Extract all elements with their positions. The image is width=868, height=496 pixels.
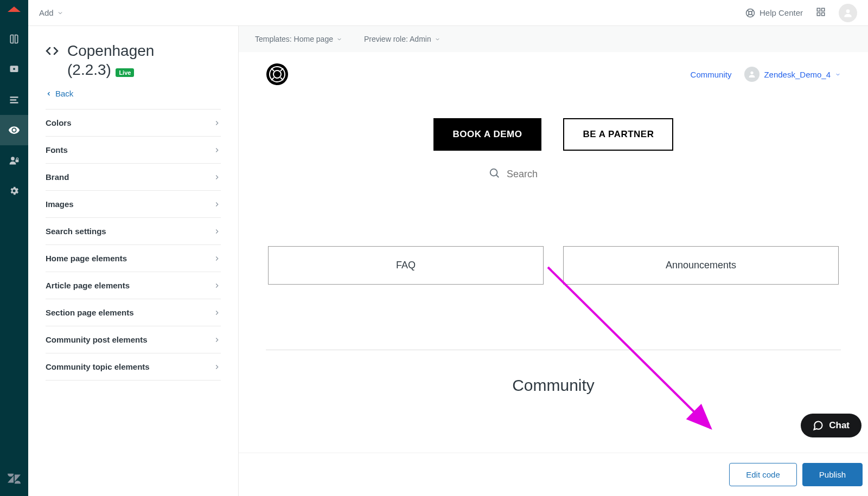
svg-rect-15 (822, 8, 825, 11)
chat-label: Chat (829, 420, 850, 431)
svg-line-13 (748, 14, 749, 16)
templates-dropdown[interactable]: Templates: Home page (255, 35, 342, 43)
category-faq[interactable]: FAQ (268, 246, 544, 285)
svg-point-18 (846, 9, 850, 13)
lifebuoy-icon (745, 8, 755, 18)
chevron-down-icon (336, 36, 342, 42)
settings-item-section-page-elements[interactable]: Section page elements (46, 299, 221, 326)
settings-item-article-page-elements[interactable]: Article page elements (46, 272, 221, 299)
help-center-label: Help Center (760, 8, 803, 17)
settings-item-images[interactable]: Images (46, 191, 221, 218)
svg-rect-5 (10, 102, 18, 104)
svg-point-26 (751, 72, 754, 74)
search-container (380, 167, 727, 181)
search-input[interactable] (507, 169, 669, 180)
svg-marker-0 (8, 7, 21, 12)
back-label: Back (55, 89, 73, 98)
svg-line-10 (748, 10, 749, 11)
chat-widget[interactable]: Chat (801, 414, 861, 437)
apps-menu[interactable] (816, 7, 826, 19)
rail-item-guide[interactable] (0, 24, 28, 54)
chevron-down-icon (435, 36, 441, 42)
preview-canvas: Community Zendesk_Demo_4 BOOK A DEMO BE … (239, 52, 868, 453)
svg-rect-16 (817, 12, 820, 15)
svg-line-11 (751, 14, 753, 16)
svg-rect-3 (10, 96, 18, 98)
topbar: Add Help Center (28, 0, 868, 26)
chevron-down-icon (57, 10, 63, 16)
chevron-right-icon (213, 201, 221, 208)
svg-line-28 (496, 175, 499, 178)
svg-line-12 (751, 10, 753, 11)
chevron-right-icon (213, 282, 221, 289)
rail-item-customize[interactable] (0, 115, 28, 145)
rail-item-arrange[interactable] (0, 85, 28, 115)
hero-buttons: BOOK A DEMO BE A PARTNER (266, 118, 841, 151)
person-icon (748, 70, 756, 79)
svg-rect-2 (13, 68, 15, 70)
settings-list: Colors Fonts Brand Images Search setting… (46, 109, 221, 381)
live-badge: Live (116, 68, 134, 77)
hc-user-menu[interactable]: Zendesk_Demo_4 (744, 67, 841, 82)
add-menu[interactable]: Add (39, 8, 63, 17)
category-announcements[interactable]: Announcements (563, 246, 839, 285)
settings-item-search-settings[interactable]: Search settings (46, 218, 221, 245)
svg-point-9 (749, 11, 752, 15)
chevron-right-icon (213, 119, 221, 127)
add-label: Add (39, 8, 54, 17)
user-avatar[interactable] (839, 4, 857, 22)
hc-topbar: Community Zendesk_Demo_4 (266, 63, 841, 86)
chevron-down-icon (835, 72, 841, 78)
rail-item-permissions[interactable] (0, 145, 28, 176)
person-icon (843, 8, 853, 18)
chevron-right-icon (213, 146, 221, 154)
community-heading: Community (266, 350, 841, 395)
be-partner-button[interactable]: BE A PARTNER (563, 118, 673, 151)
settings-item-community-post-elements[interactable]: Community post elements (46, 326, 221, 353)
svg-point-6 (11, 157, 15, 160)
apps-grid-icon (816, 7, 826, 17)
chevron-right-icon (213, 173, 221, 181)
book-demo-button[interactable]: BOOK A DEMO (433, 118, 542, 151)
rail-item-settings[interactable] (0, 176, 28, 206)
hc-user-name: Zendesk_Demo_4 (764, 70, 831, 79)
svg-rect-14 (817, 8, 820, 11)
preview-header: Templates: Home page Preview role: Admin (239, 26, 868, 52)
search-icon (488, 167, 500, 181)
svg-point-27 (490, 169, 497, 176)
product-logo[interactable] (0, 0, 28, 24)
topbar-right: Help Center (745, 4, 857, 22)
code-icon (46, 44, 59, 60)
help-center-link[interactable]: Help Center (745, 8, 803, 18)
settings-item-brand[interactable]: Brand (46, 164, 221, 191)
preview-role-dropdown[interactable]: Preview role: Admin (364, 35, 441, 43)
chevron-left-icon (46, 91, 52, 97)
chevron-right-icon (213, 255, 221, 262)
chevron-right-icon (213, 336, 221, 344)
settings-item-home-page-elements[interactable]: Home page elements (46, 245, 221, 272)
edit-code-button[interactable]: Edit code (729, 463, 797, 486)
chevron-right-icon (213, 363, 221, 371)
svg-rect-4 (10, 99, 17, 101)
svg-rect-7 (16, 159, 19, 162)
chevron-right-icon (213, 309, 221, 317)
settings-item-community-topic-elements[interactable]: Community topic elements (46, 353, 221, 381)
zendesk-logo[interactable] (0, 467, 28, 491)
settings-item-fonts[interactable]: Fonts (46, 137, 221, 164)
hc-logo[interactable] (266, 63, 289, 86)
templates-label: Templates: Home page (255, 35, 333, 43)
nav-rail (0, 0, 28, 496)
theme-title: Copenhagen (2.2.3) Live (46, 41, 221, 79)
footer-actions: Edit code Publish (239, 453, 868, 496)
role-label: Preview role: Admin (364, 35, 431, 43)
hc-community-link[interactable]: Community (691, 70, 732, 79)
back-link[interactable]: Back (46, 89, 221, 98)
chat-icon (813, 420, 824, 431)
publish-button[interactable]: Publish (802, 463, 863, 486)
theme-version: (2.2.3) (67, 61, 111, 78)
theme-name: Copenhagen (67, 42, 154, 59)
settings-item-colors[interactable]: Colors (46, 109, 221, 137)
theme-sidebar: Copenhagen (2.2.3) Live Back Colors Font… (28, 26, 239, 496)
rail-item-moderate[interactable] (0, 54, 28, 85)
categories: FAQ Announcements (266, 246, 841, 285)
